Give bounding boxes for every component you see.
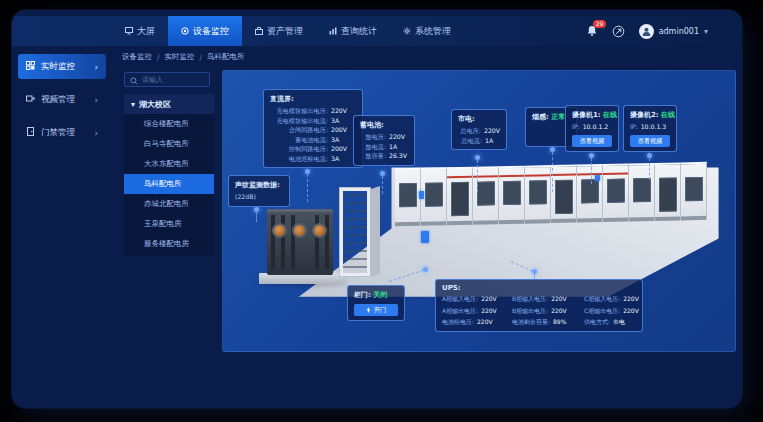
breadcrumb-device-monitor[interactable]: 设备监控 xyxy=(122,52,152,62)
cabinet-window xyxy=(451,182,469,216)
alarm-count-badge: 29 xyxy=(593,20,607,28)
connector-dot xyxy=(550,147,555,152)
gear-icon xyxy=(403,27,411,35)
tree-item-station[interactable]: 白马寺配电所 xyxy=(124,134,214,154)
battery-cabinet xyxy=(339,187,381,277)
metric-label: 电池剩余容量: xyxy=(512,317,550,327)
nav-label: 设备监控 xyxy=(193,25,229,38)
cabinet-window xyxy=(633,178,651,202)
sidebar-item-realtime-monitor[interactable]: 实时监控 › xyxy=(18,54,106,79)
panel-title: 蓄电池: xyxy=(360,120,408,130)
metric-label: 充电模块输出电压: xyxy=(270,106,328,116)
ups-panel: UPS: A相输入电压:220V B相输入电压:220V C相输入电压:220V… xyxy=(435,279,643,332)
connector-line xyxy=(256,212,257,222)
stats-icon xyxy=(329,27,337,35)
tree-item-station[interactable]: 大水东配电所 xyxy=(124,154,214,174)
bolt-icon xyxy=(366,306,371,314)
cabinet-window xyxy=(581,179,599,203)
battery-cabinet-front xyxy=(339,187,371,277)
metric-value: 1A xyxy=(389,142,397,152)
camera1-ip: 10.0.1.2 xyxy=(583,122,609,132)
tree-item-station[interactable]: 服务楼配电房 xyxy=(124,234,214,254)
tree-item-station[interactable]: 综合楼配电所 xyxy=(124,114,214,134)
cabinet-window xyxy=(607,179,625,203)
dashboard-icon xyxy=(125,27,133,35)
view-video-button[interactable]: 查看视频 xyxy=(572,135,612,147)
alarm-bell-icon[interactable]: 29 xyxy=(586,25,598,37)
connector-line xyxy=(307,174,308,202)
camera1-panel: 摄像机1: 在线 IP:10.0.1.2 查看视频 xyxy=(565,105,619,152)
tree-item-station[interactable]: 赤城北配电所 xyxy=(124,194,214,214)
metric-label: C相输入电压: xyxy=(584,294,620,304)
cabinet-window xyxy=(555,180,573,214)
sidebar-item-label: 门禁管理 xyxy=(41,127,75,139)
user-menu[interactable]: admin001 ▾ xyxy=(639,24,708,39)
chevron-right-icon: › xyxy=(94,95,98,105)
metric-label: C相输出电压: xyxy=(584,306,620,316)
tree-item-station[interactable]: 玉泉配电房 xyxy=(124,214,214,234)
panel-title: 声纹监测数据: xyxy=(235,180,283,190)
metric-label: 放电压: xyxy=(360,132,386,142)
connector-dot xyxy=(475,155,480,160)
nav-label: 资产管理 xyxy=(267,25,303,38)
breadcrumb-separator: / xyxy=(157,53,160,62)
sidebar-item-label: 实时监控 xyxy=(41,61,75,73)
battery-cabinet-side xyxy=(371,186,380,277)
metric-label: B相输出电压: xyxy=(512,306,548,316)
breadcrumb-realtime-monitor[interactable]: 实时监控 xyxy=(165,52,195,62)
metric-label: 供电方式: xyxy=(584,317,610,327)
connector-dot xyxy=(305,169,310,174)
fullscreen-icon[interactable] xyxy=(612,25,625,38)
transformer-fin xyxy=(291,215,295,269)
metric-label: 控制回路电压: xyxy=(270,144,328,154)
nav-item-statistics[interactable]: 查询统计 xyxy=(316,16,390,46)
metric-value: 220V xyxy=(481,294,497,304)
door-status: 关闭 xyxy=(373,291,387,299)
metric-value: 3A xyxy=(331,135,339,145)
sidebar-item-video-management[interactable]: 视频管理 › xyxy=(18,87,106,112)
metric-value: 220V xyxy=(481,306,497,316)
door-access-icon xyxy=(26,127,35,138)
camera2-panel: 摄像机2: 在线 IP:10.0.1.3 查看视频 xyxy=(623,105,677,152)
nav-item-system[interactable]: 系统管理 xyxy=(390,16,464,46)
sidebar-item-access-control[interactable]: 门禁管理 › xyxy=(18,120,106,145)
topbar-right-cluster: 29 admin001 ▾ xyxy=(586,16,708,46)
panel-title: 直流屏: xyxy=(270,94,356,104)
connector-line xyxy=(649,158,650,180)
view-video-button[interactable]: 查看视频 xyxy=(630,135,670,147)
ip-label: IP: xyxy=(630,122,638,132)
metric-label: A相输出电压: xyxy=(442,306,478,316)
nav-item-assets[interactable]: 资产管理 xyxy=(242,16,316,46)
open-door-button[interactable]: 开门 xyxy=(354,304,398,316)
sidebar-item-label: 视频管理 xyxy=(41,94,75,106)
cabinet-window xyxy=(529,180,547,204)
top-navbar: 大屏 设备监控 资产管理 查询统计 系统管理 29 xyxy=(12,16,742,46)
tree-item-station-selected[interactable]: 鸟科配电所 xyxy=(124,174,214,194)
cabinet-window xyxy=(477,181,495,205)
cabinet-window xyxy=(685,177,703,201)
connector-dot xyxy=(254,207,259,212)
search-input[interactable] xyxy=(142,76,204,84)
metric-value: 市电 xyxy=(613,317,625,327)
panel-title: 摄像机2: xyxy=(630,111,659,119)
metric-value: 220V xyxy=(551,306,567,316)
switchgear-row xyxy=(395,162,717,231)
metric-value: 220V xyxy=(551,294,567,304)
nav-item-dashboard[interactable]: 大屏 xyxy=(112,16,168,46)
video-camera-icon xyxy=(26,94,35,105)
app-window: 大屏 设备监控 资产管理 查询统计 系统管理 29 xyxy=(12,10,742,408)
acoustic-monitor-panel: 声纹监测数据: (22dB) xyxy=(228,175,290,207)
connector-dot xyxy=(423,267,428,272)
nav-label: 系统管理 xyxy=(415,25,451,38)
switchgear-cabinet xyxy=(525,165,551,224)
metric-label: 电池组电压: xyxy=(442,317,474,327)
nav-item-device-monitor[interactable]: 设备监控 xyxy=(168,16,242,46)
metric-value: 200V xyxy=(331,144,347,154)
nav-label: 查询统计 xyxy=(341,25,377,38)
metric-value: 26.3V xyxy=(389,151,407,161)
tree-root-campus[interactable]: ▾ 湖大校区 xyxy=(124,94,214,114)
chevron-right-icon: › xyxy=(94,128,98,138)
transformer-coil xyxy=(292,223,307,238)
breadcrumb-separator: / xyxy=(200,53,203,62)
tree-root-label: 湖大校区 xyxy=(139,99,171,110)
